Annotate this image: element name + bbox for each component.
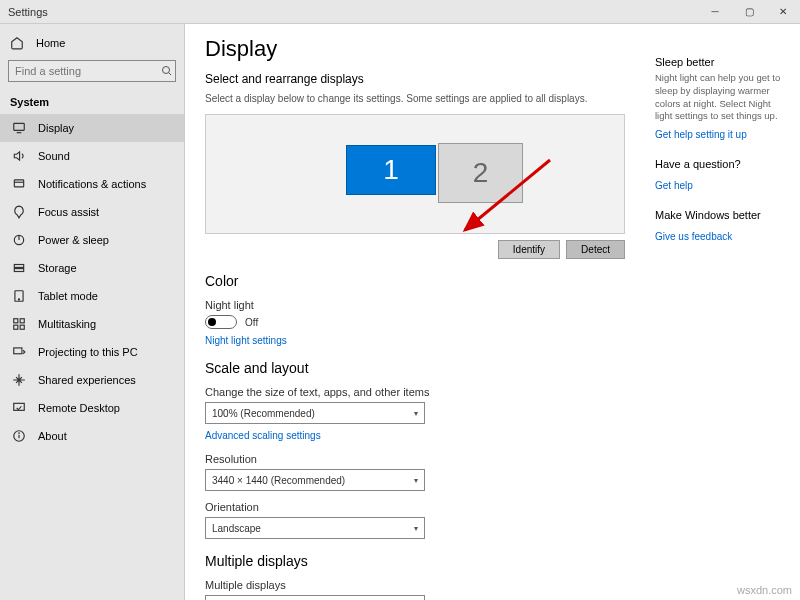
sidebar-item-label: Shared experiences bbox=[38, 374, 136, 386]
focus-icon bbox=[12, 205, 26, 219]
display-arrangement[interactable]: 1 2 bbox=[205, 114, 625, 234]
advanced-scaling-link[interactable]: Advanced scaling settings bbox=[205, 430, 321, 441]
svg-rect-9 bbox=[14, 265, 23, 268]
window-buttons: ─ ▢ ✕ bbox=[698, 0, 800, 24]
home-label: Home bbox=[36, 37, 65, 49]
watermark: wsxdn.com bbox=[737, 584, 792, 596]
scale-label: Change the size of text, apps, and other… bbox=[205, 386, 643, 398]
multiple-displays-label: Multiple displays bbox=[205, 579, 643, 591]
titlebar: Settings ─ ▢ ✕ bbox=[0, 0, 800, 24]
chevron-down-icon: ▾ bbox=[414, 476, 418, 485]
svg-rect-16 bbox=[20, 325, 24, 329]
monitor-1[interactable]: 1 bbox=[346, 145, 436, 195]
monitor-2[interactable]: 2 bbox=[438, 143, 523, 203]
sidebar-item-label: Display bbox=[38, 122, 74, 134]
sidebar-item-projecting-to-this-pc[interactable]: Projecting to this PC bbox=[0, 338, 184, 366]
search-icon bbox=[159, 65, 175, 77]
resolution-label: Resolution bbox=[205, 453, 643, 465]
multitask-icon bbox=[12, 317, 26, 331]
main-content: Display Select and rearrange displays Se… bbox=[205, 36, 655, 588]
resolution-value: 3440 × 1440 (Recommended) bbox=[212, 475, 345, 486]
notifications-icon bbox=[12, 177, 26, 191]
search-field[interactable] bbox=[9, 65, 159, 77]
sidebar-item-tablet-mode[interactable]: Tablet mode bbox=[0, 282, 184, 310]
sidebar-item-label: Tablet mode bbox=[38, 290, 98, 302]
about-icon bbox=[12, 429, 26, 443]
power-icon bbox=[12, 233, 26, 247]
sidebar-item-multitasking[interactable]: Multitasking bbox=[0, 310, 184, 338]
night-light-toggle[interactable]: Off bbox=[205, 315, 643, 329]
rail-feedback-heading: Make Windows better bbox=[655, 209, 788, 221]
sidebar-item-sound[interactable]: Sound bbox=[0, 142, 184, 170]
sidebar-item-label: Remote Desktop bbox=[38, 402, 120, 414]
home-button[interactable]: Home bbox=[0, 30, 184, 56]
sidebar: Home System DisplaySoundNotifications & … bbox=[0, 24, 185, 600]
sidebar-item-display[interactable]: Display bbox=[0, 114, 184, 142]
minimize-button[interactable]: ─ bbox=[698, 0, 732, 24]
scale-heading: Scale and layout bbox=[205, 360, 643, 376]
svg-rect-5 bbox=[14, 180, 23, 187]
orientation-dropdown[interactable]: Landscape ▾ bbox=[205, 517, 425, 539]
sidebar-item-label: Projecting to this PC bbox=[38, 346, 138, 358]
scale-dropdown[interactable]: 100% (Recommended) ▾ bbox=[205, 402, 425, 424]
shared-icon bbox=[12, 373, 26, 387]
nav-list: DisplaySoundNotifications & actionsFocus… bbox=[0, 114, 184, 450]
toggle-track bbox=[205, 315, 237, 329]
svg-rect-17 bbox=[14, 348, 22, 354]
sidebar-item-shared-experiences[interactable]: Shared experiences bbox=[0, 366, 184, 394]
sidebar-item-power-sleep[interactable]: Power & sleep bbox=[0, 226, 184, 254]
svg-rect-14 bbox=[20, 319, 24, 323]
svg-rect-13 bbox=[14, 319, 18, 323]
scale-value: 100% (Recommended) bbox=[212, 408, 315, 419]
rail-sleep-heading: Sleep better bbox=[655, 56, 788, 68]
resolution-dropdown[interactable]: 3440 × 1440 (Recommended) ▾ bbox=[205, 469, 425, 491]
rail-sleep-text: Night light can help you get to sleep by… bbox=[655, 72, 788, 123]
svg-marker-4 bbox=[14, 152, 19, 160]
sidebar-item-remote-desktop[interactable]: Remote Desktop bbox=[0, 394, 184, 422]
color-heading: Color bbox=[205, 273, 643, 289]
chevron-down-icon: ▾ bbox=[414, 409, 418, 418]
sidebar-item-notifications-actions[interactable]: Notifications & actions bbox=[0, 170, 184, 198]
rail-sleep-link[interactable]: Get help setting it up bbox=[655, 129, 747, 140]
detect-button[interactable]: Detect bbox=[566, 240, 625, 259]
tablet-icon bbox=[12, 289, 26, 303]
night-light-settings-link[interactable]: Night light settings bbox=[205, 335, 287, 346]
orientation-label: Orientation bbox=[205, 501, 643, 513]
sidebar-item-label: Focus assist bbox=[38, 206, 99, 218]
sidebar-item-storage[interactable]: Storage bbox=[0, 254, 184, 282]
arrange-heading: Select and rearrange displays bbox=[205, 72, 643, 86]
multiple-displays-heading: Multiple displays bbox=[205, 553, 643, 569]
chevron-down-icon: ▾ bbox=[414, 524, 418, 533]
svg-rect-10 bbox=[14, 269, 23, 272]
maximize-button[interactable]: ▢ bbox=[732, 0, 766, 24]
identify-button[interactable]: Identify bbox=[498, 240, 560, 259]
remote-icon bbox=[12, 401, 26, 415]
search-input[interactable] bbox=[8, 60, 176, 82]
sidebar-item-label: Storage bbox=[38, 262, 77, 274]
sound-icon bbox=[12, 149, 26, 163]
rail-help-link[interactable]: Get help bbox=[655, 180, 693, 191]
svg-rect-15 bbox=[14, 325, 18, 329]
sidebar-item-label: Power & sleep bbox=[38, 234, 109, 246]
close-button[interactable]: ✕ bbox=[766, 0, 800, 24]
multiple-displays-dropdown[interactable]: Extend these displays ▾ bbox=[205, 595, 425, 600]
window-title: Settings bbox=[0, 6, 48, 18]
arrange-subtext: Select a display below to change its set… bbox=[205, 92, 643, 106]
sidebar-item-about[interactable]: About bbox=[0, 422, 184, 450]
night-light-label: Night light bbox=[205, 299, 643, 311]
projecting-icon bbox=[12, 345, 26, 359]
svg-point-12 bbox=[18, 299, 19, 300]
svg-rect-2 bbox=[14, 123, 25, 130]
svg-line-1 bbox=[169, 73, 172, 76]
svg-point-0 bbox=[163, 67, 170, 74]
sidebar-item-focus-assist[interactable]: Focus assist bbox=[0, 198, 184, 226]
section-header: System bbox=[0, 90, 184, 114]
sidebar-item-label: Multitasking bbox=[38, 318, 96, 330]
orientation-value: Landscape bbox=[212, 523, 261, 534]
sidebar-item-label: Sound bbox=[38, 150, 70, 162]
sidebar-item-label: Notifications & actions bbox=[38, 178, 146, 190]
svg-point-21 bbox=[19, 433, 20, 434]
sidebar-item-label: About bbox=[38, 430, 67, 442]
storage-icon bbox=[12, 261, 26, 275]
rail-feedback-link[interactable]: Give us feedback bbox=[655, 231, 732, 242]
